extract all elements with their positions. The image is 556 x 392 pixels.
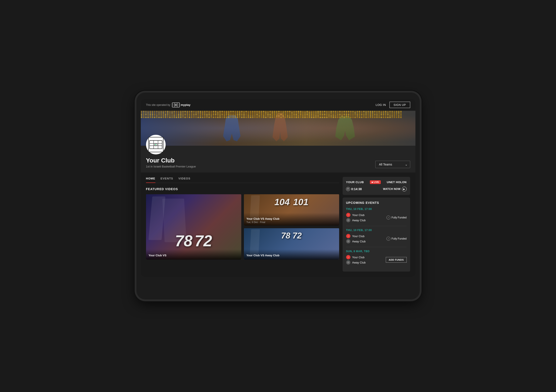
teams-select-wrapper[interactable]: All Teams Team A Team B <box>375 161 410 168</box>
add-funds-button[interactable]: ADD FUNDS <box>386 257 407 263</box>
event-item-2: THU, 10 FEB, 17:00 <box>346 229 407 243</box>
live-timer: ⏱ 0:14:38 <box>346 187 362 191</box>
live-footer: ⏱ 0:14:38 WATCH NOW ▶ <box>346 187 407 191</box>
video-card-small-1[interactable]: 104 101 Your Club VS Away Club Tue, 6 De… <box>244 194 339 226</box>
top-bar-right: LOG IN SIGN UP <box>376 102 410 108</box>
event-team-3a: Your Club <box>346 255 366 259</box>
videos-grid: 78 72 Your Club VS <box>146 194 339 262</box>
video-score-small-2: 78 72 <box>244 232 339 240</box>
tab-videos[interactable]: VIDEOS <box>178 177 191 183</box>
video-score-small-1: 104 101 <box>244 197 339 207</box>
team-logo-svg-2b <box>347 240 350 243</box>
event-team-1b: Away Club <box>346 218 366 222</box>
club-logo-inner <box>148 137 163 152</box>
live-badge: LIVE <box>370 180 381 184</box>
team-logo-svg-3a <box>347 256 350 259</box>
device-screen: This site operated by myplay LOG IN SIGN… <box>141 99 415 277</box>
club-logo-container <box>146 135 166 154</box>
timer-icon: ⏱ <box>346 187 350 191</box>
event-item-1: THU, 10 FEB, 17:00 <box>346 208 407 222</box>
club-section: Your Club 1st in Israeli Basketball Prem… <box>141 146 415 173</box>
right-sidebar: YOUR CLUB LIVE UNET HOLON ⏱ 0:14:38 <box>343 173 410 271</box>
live-team1: YOUR CLUB <box>346 181 364 184</box>
login-button[interactable]: LOG IN <box>376 103 386 106</box>
myplay-logo: myplay <box>172 103 191 107</box>
top-bar: This site operated by myplay LOG IN SIGN… <box>141 99 415 111</box>
main-content: HOME EVENTS VIDEOS FEATURED VIDEOS <box>141 173 415 277</box>
tab-home[interactable]: HOME <box>146 177 155 183</box>
video-card-small-2[interactable]: 78 72 Your Club VS Away Club <box>244 228 339 260</box>
video-title-large: Your Club VS <box>149 254 239 257</box>
check-icon-1: ✓ <box>386 216 390 219</box>
team-icon-2a <box>346 234 350 238</box>
device-frame: This site operated by myplay LOG IN SIGN… <box>136 92 420 300</box>
event-teams-3: Your Club Away Club <box>346 255 407 265</box>
divider-2 <box>346 247 407 247</box>
hero-banner-image <box>141 111 415 146</box>
myplay-logo-svg <box>172 103 180 107</box>
operated-by-text: This site operated by <box>146 104 170 106</box>
divider-1 <box>346 226 407 226</box>
live-header: YOUR CLUB LIVE UNET HOLON <box>346 180 407 184</box>
live-dot <box>372 182 373 183</box>
team-icon-1b <box>346 218 350 222</box>
video-card-large[interactable]: 78 72 Your Club VS <box>146 194 241 260</box>
tabs: HOME EVENTS VIDEOS <box>146 173 339 183</box>
video-info-small-2: Your Club VS Away Club <box>244 249 339 260</box>
club-logo <box>146 135 166 154</box>
video-title-small-2: Your Club VS Away Club <box>247 254 337 257</box>
live-team2: UNET HOLON <box>387 181 407 184</box>
club-name: Your Club <box>146 157 196 164</box>
event-date-1: THU, 10 FEB, 17:00 <box>346 208 407 211</box>
event-teams-left-2: Your Club Away Club <box>346 234 366 243</box>
video-info-small-1: Your Club VS Away Club Tue, 6 Dec · Fina… <box>244 213 339 226</box>
event-team-2a: Your Club <box>346 234 366 238</box>
upcoming-events-title: UPCOMING EVENTS <box>346 201 407 204</box>
watch-now-icon: ▶ <box>402 187 407 191</box>
team-logo-svg-3b <box>347 261 350 264</box>
brand-name: myplay <box>181 103 191 106</box>
event-teams-left-1: Your Club Away Club <box>346 213 366 222</box>
teams-select[interactable]: All Teams Team A Team B <box>375 161 410 168</box>
event-teams-1: Your Club Away Club <box>346 213 407 222</box>
event-date-2: THU, 10 FEB, 17:00 <box>346 229 407 232</box>
svg-marker-12 <box>155 144 156 145</box>
club-info: Your Club 1st in Israeli Basketball Prem… <box>146 146 410 168</box>
hero-banner <box>141 111 415 146</box>
funded-badge-1: ✓ Fully Funded <box>386 216 407 219</box>
live-card: YOUR CLUB LIVE UNET HOLON ⏱ 0:14:38 <box>343 177 410 195</box>
tab-events[interactable]: EVENTS <box>161 177 173 183</box>
club-logo-svg <box>149 140 162 149</box>
team-icon-3b <box>346 260 350 265</box>
video-title-small-1: Your Club VS Away Club <box>247 217 337 220</box>
watch-now-button[interactable]: WATCH NOW ▶ <box>383 187 407 191</box>
check-icon-2: ✓ <box>386 237 390 241</box>
team-icon-3a <box>346 255 350 259</box>
left-content: HOME EVENTS VIDEOS FEATURED VIDEOS <box>146 173 339 271</box>
team-icon-2b <box>346 239 350 243</box>
club-details: Your Club 1st in Israeli Basketball Prem… <box>146 157 196 168</box>
event-team-3b: Away Club <box>346 260 366 265</box>
event-team-2b: Away Club <box>346 239 366 243</box>
event-teams-2: Your Club Away Club <box>346 234 407 243</box>
video-score-large: 78 72 <box>146 233 241 249</box>
signup-button[interactable]: SIGN UP <box>389 102 410 108</box>
event-team-1a: Your Club <box>346 213 366 217</box>
funded-badge-2: ✓ Fully Funded <box>386 237 407 241</box>
video-info-large: Your Club VS <box>146 249 241 260</box>
featured-videos-title: FEATURED VIDEOS <box>146 187 339 191</box>
event-item-3: SUN, 8 MAR, TBD <box>346 250 407 265</box>
club-subtitle: 1st in Israeli Basketball Premier League <box>146 165 196 168</box>
video-date-small-1: Tue, 6 Dec · Final <box>247 221 337 223</box>
small-videos-column: 104 101 Your Club VS Away Club Tue, 6 De… <box>244 194 339 260</box>
top-bar-left: This site operated by myplay <box>146 103 191 107</box>
svg-marker-5 <box>176 105 176 106</box>
team-logo-svg-2a <box>347 234 350 238</box>
upcoming-events-card: UPCOMING EVENTS THU, 10 FEB, 17:00 <box>343 197 410 271</box>
team-icon-1a <box>346 213 350 217</box>
event-teams-left-3: Your Club Away Club <box>346 255 366 265</box>
event-date-3: SUN, 8 MAR, TBD <box>346 250 407 253</box>
team-logo-svg-1b <box>347 219 350 222</box>
team-logo-svg-1a <box>347 213 350 217</box>
